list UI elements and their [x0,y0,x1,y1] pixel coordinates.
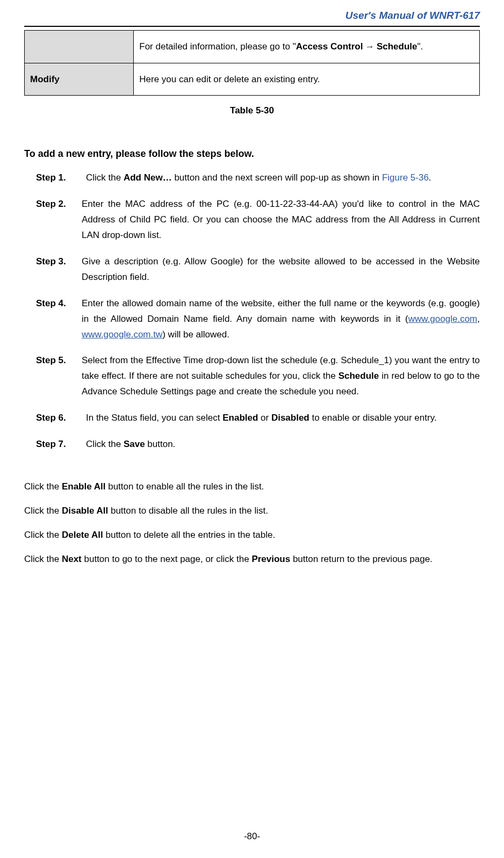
table-content-cell: Here you can edit or delete an existing … [134,63,480,96]
url-link[interactable]: www.google.com [408,314,478,324]
text: Click the [24,481,62,492]
step-content: Enter the MAC address of the PC (e.g. 00… [82,197,480,243]
step-label: Step 7. [36,437,82,452]
text: , [477,314,480,324]
step-content: Enter the allowed domain name of the web… [82,296,480,343]
step-content: In the Status field, you can select Enab… [82,410,437,426]
header-divider [24,26,480,27]
text: In the Status field, you can select [86,413,222,423]
text: button return to the previous page. [290,554,433,564]
step-label: Step 2. [36,197,82,243]
text: button. [145,439,176,449]
buttons-section: Click the Enable All button to enable al… [24,479,480,567]
info-table: For detailed information, please go to "… [24,30,480,96]
bold-text: Next [62,554,82,564]
text: Click the [24,506,62,516]
bold-text: Delete All [62,530,103,540]
text: button and the next screen will pop-up a… [172,172,382,183]
step-label: Step 5. [36,353,82,400]
text: to enable or disable your entry. [309,413,437,423]
text: button to disable all the rules in the l… [108,506,268,516]
table-label-cell-modify: Modify [25,63,134,96]
step-content: Give a description (e.g. Allow Google) f… [82,254,480,285]
text: For detailed information, please go to " [139,41,296,52]
text: button to delete all the entries in the … [103,530,275,540]
bold-text: Enable All [62,481,106,492]
step-3: Step 3. Give a description (e.g. Allow G… [36,254,480,285]
step-label: Step 4. [36,296,82,343]
table-content-cell: For detailed information, please go to "… [134,31,480,63]
text: Click the [24,530,62,540]
step-content: Select from the Effective Time drop-down… [82,353,480,400]
page-number: -80- [0,831,504,842]
text: . [429,172,431,183]
steps-container: Step 1. Click the Add New… button and th… [24,170,480,452]
bold-text: Disabled [271,413,309,423]
bold-text: Schedule [377,41,417,52]
button-line: Click the Enable All button to enable al… [24,479,480,494]
figure-link[interactable]: Figure 5-36 [382,172,429,183]
button-line: Click the Disable All button to disable … [24,503,480,518]
text: button to go to the next page, or click … [82,554,252,564]
button-line: Click the Delete All button to delete al… [24,528,480,542]
table-caption: Table 5-30 [24,105,480,116]
section-title: To add a new entry, please follow the st… [24,148,480,160]
step-label: Step 6. [36,410,82,426]
step-2: Step 2. Enter the MAC address of the PC … [36,197,480,243]
text: Click the [24,554,62,564]
bold-text: Disable All [62,506,108,516]
table-row: Modify Here you can edit or delete an ex… [25,63,480,96]
step-5: Step 5. Select from the Effective Time d… [36,353,480,400]
step-1: Step 1. Click the Add New… button and th… [36,170,480,186]
url-link[interactable]: www.google.com.tw [82,329,162,340]
bold-text: Schedule [339,371,379,381]
arrow-text: → [363,41,377,52]
bold-text: Enabled [222,413,258,423]
step-label: Step 3. [36,254,82,285]
step-label: Step 1. [36,170,82,186]
button-line: Click the Next button to go to the next … [24,552,480,566]
text: button to enable all the rules in the li… [105,481,264,492]
step-4: Step 4. Enter the allowed domain name of… [36,296,480,343]
text: ) will be allowed. [162,329,229,340]
table-label-cell-empty [25,31,134,63]
step-6: Step 6. In the Status field, you can sel… [36,410,480,426]
step-content: Click the Add New… button and the next s… [82,170,431,186]
step-7: Step 7. Click the Save button. [36,437,480,452]
header-title: User's Manual of WNRT-617 [24,0,480,26]
table-row: For detailed information, please go to "… [25,31,480,63]
text: ". [417,41,423,52]
bold-text: Previous [251,554,290,564]
text: or [258,413,271,423]
bold-text: Add New… [124,172,172,183]
text: Click the [86,439,124,449]
step-content: Click the Save button. [82,437,175,452]
text: Click the [86,172,124,183]
bold-text: Access Control [296,41,363,52]
bold-text: Save [124,439,145,449]
